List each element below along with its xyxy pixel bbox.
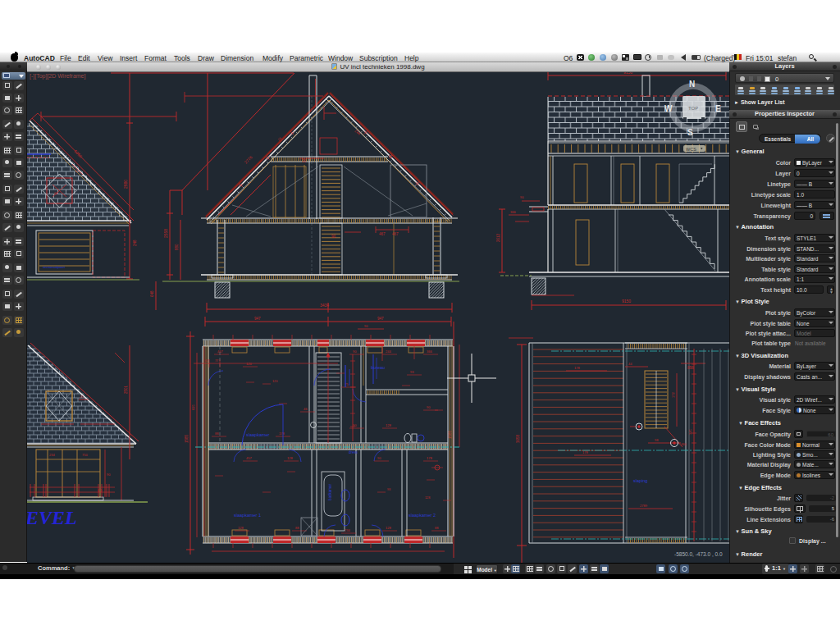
svg-text:9150: 9150	[622, 299, 631, 304]
svg-text:2776: 2776	[243, 154, 253, 164]
svg-text:366: 366	[427, 349, 432, 354]
svg-text:93: 93	[387, 488, 390, 491]
svg-text:30: 30	[302, 159, 307, 163]
svg-text:3434: 3434	[320, 303, 329, 308]
svg-text:880: 880	[175, 244, 179, 250]
svg-text:25: 25	[80, 395, 84, 399]
svg-text:slaping: slaping	[633, 478, 647, 483]
svg-text:947: 947	[254, 317, 261, 321]
svg-text:648: 648	[150, 290, 154, 297]
svg-text:234: 234	[49, 453, 55, 457]
svg-text:1585: 1585	[185, 434, 189, 443]
svg-text:120: 120	[246, 362, 252, 366]
svg-text:9150: 9150	[623, 70, 632, 75]
svg-text:sectionaalpoort: sectionaalpoort	[43, 265, 66, 269]
svg-text:128: 128	[425, 496, 430, 500]
svg-text:457: 457	[246, 456, 252, 460]
svg-text:2612: 2612	[496, 233, 500, 242]
svg-text:W: W	[664, 104, 673, 113]
svg-text:90: 90	[520, 195, 524, 199]
svg-text:90: 90	[377, 456, 381, 460]
svg-text:172: 172	[671, 392, 675, 398]
svg-text:44: 44	[628, 362, 632, 366]
svg-text:90: 90	[107, 472, 111, 477]
svg-text:dress: dress	[349, 450, 358, 454]
svg-text:90: 90	[427, 405, 431, 409]
svg-text:2980: 2980	[123, 180, 128, 189]
svg-text:77: 77	[215, 359, 218, 363]
svg-text:467: 467	[217, 349, 223, 354]
svg-text:98: 98	[655, 438, 659, 442]
svg-text:366: 366	[510, 210, 516, 214]
svg-text:178: 178	[582, 450, 588, 454]
svg-text:90: 90	[353, 349, 357, 354]
svg-text:46: 46	[304, 407, 308, 411]
svg-text:2789: 2789	[640, 504, 648, 508]
svg-text:128: 128	[238, 526, 244, 530]
svg-text:467: 467	[379, 232, 386, 236]
svg-text:-5850.0, -473.0 , 0.0: -5850.0, -473.0 , 0.0	[674, 551, 723, 557]
svg-text:825: 825	[191, 404, 195, 410]
svg-text:slaapkamer 2: slaapkamer 2	[409, 513, 436, 518]
svg-text:128: 128	[386, 526, 391, 530]
svg-text:467: 467	[392, 232, 399, 236]
svg-text:WCS: WCS	[686, 147, 696, 152]
svg-text:90: 90	[364, 324, 368, 328]
svg-text:2501: 2501	[124, 385, 128, 394]
svg-text:120: 120	[272, 380, 277, 383]
svg-text:345: 345	[688, 429, 692, 435]
svg-text:badkamer: badkamer	[328, 483, 332, 500]
svg-text:244: 244	[386, 349, 391, 354]
svg-text:3658: 3658	[516, 434, 520, 443]
svg-text:128: 128	[386, 423, 391, 427]
svg-text:67: 67	[205, 359, 208, 363]
svg-text:178: 178	[279, 431, 285, 436]
svg-text:slaapkamer 1: slaapkamer 1	[234, 513, 261, 518]
svg-text:750: 750	[82, 453, 88, 457]
svg-text:N: N	[689, 80, 695, 89]
svg-text:04: 04	[54, 191, 58, 195]
svg-text:234: 234	[345, 528, 350, 532]
svg-text:x: x	[75, 169, 77, 173]
svg-text:slaapkamer: slaapkamer	[246, 432, 270, 437]
svg-text:178: 178	[574, 366, 580, 370]
svg-text:88: 88	[295, 526, 299, 530]
svg-text:128: 128	[287, 456, 293, 460]
svg-text:244: 244	[354, 129, 361, 136]
svg-text:88: 88	[435, 526, 439, 530]
svg-text:248: 248	[133, 240, 137, 246]
svg-text:2558: 2558	[163, 229, 168, 238]
svg-text:90: 90	[331, 235, 336, 239]
svg-text:S: S	[687, 128, 693, 137]
svg-text:460: 460	[681, 442, 687, 446]
svg-text:898: 898	[687, 366, 694, 370]
svg-text:E: E	[715, 104, 721, 113]
svg-text:178: 178	[427, 456, 432, 460]
svg-text:TOP: TOP	[688, 106, 698, 111]
svg-text:EVEL: EVEL	[25, 507, 77, 528]
svg-text:947: 947	[377, 317, 384, 321]
svg-text:[-][Top][2D Wireframe]: [-][Top][2D Wireframe]	[30, 73, 86, 80]
svg-text:88: 88	[215, 431, 219, 436]
svg-text:93: 93	[410, 370, 414, 374]
